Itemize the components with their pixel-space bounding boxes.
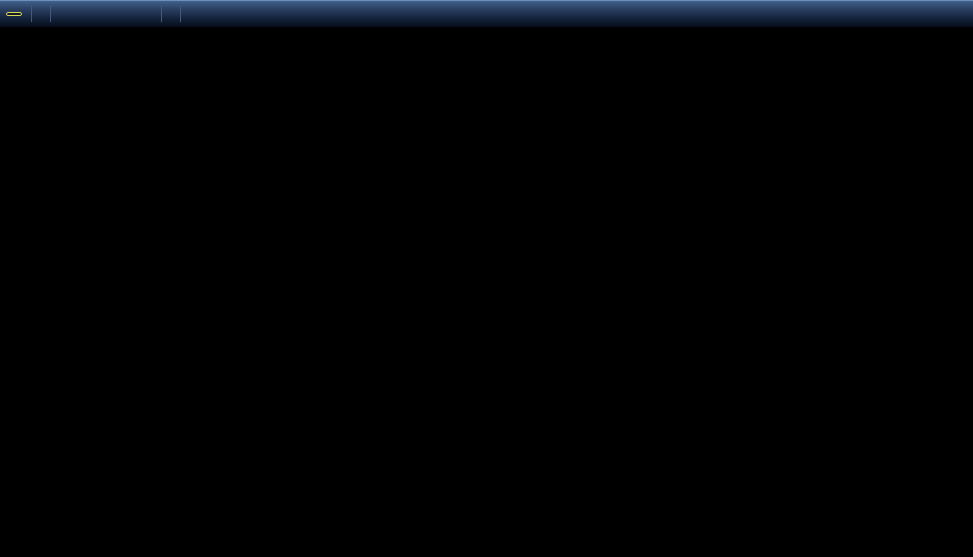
price-chart-canvas[interactable] [0,0,973,557]
divider [50,6,51,22]
indicator-row [0,42,973,61]
divider [180,6,181,22]
symbol-subheader [0,27,973,42]
symbol-box[interactable] [6,12,22,16]
main-toolbar [0,0,973,27]
divider [31,6,32,22]
app-window [0,0,973,557]
divider [161,6,162,22]
header [0,0,973,61]
